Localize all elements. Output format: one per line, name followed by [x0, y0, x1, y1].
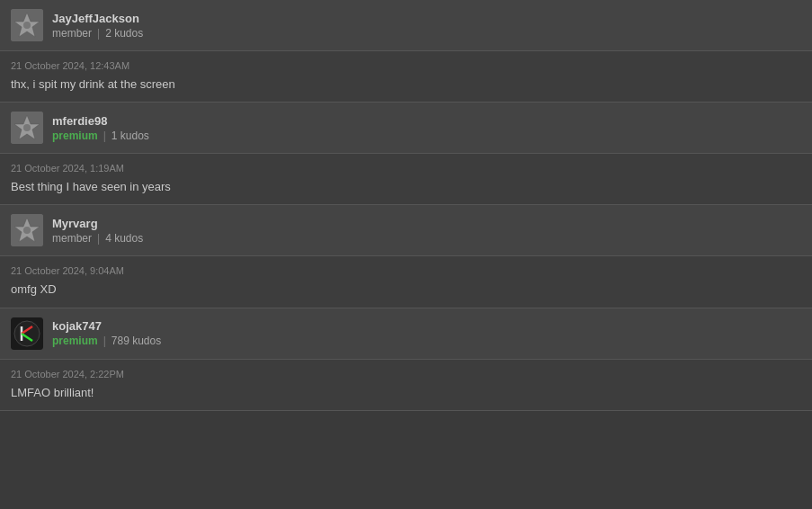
comment-body: 21 October 2024, 9:04AMomfg XD — [0, 256, 812, 307]
user-info: mferdie98premium|1 kudos — [52, 114, 149, 142]
comment-header: JayJeffJacksonmember|2 kudos — [0, 0, 812, 51]
comment-header: kojak747premium|789 kudos — [0, 308, 812, 360]
avatar — [11, 317, 43, 350]
svg-point-8 — [23, 227, 31, 234]
username[interactable]: JayJeffJackson — [52, 12, 143, 25]
separator: | — [103, 129, 106, 142]
svg-point-5 — [23, 124, 31, 131]
avatar — [11, 214, 43, 246]
svg-point-10 — [14, 321, 40, 346]
kudos: 789 kudos — [112, 335, 161, 347]
meta-row: premium|789 kudos — [52, 335, 161, 347]
separator: | — [97, 232, 100, 245]
username[interactable]: kojak747 — [52, 319, 161, 333]
badge-premium: premium — [52, 129, 98, 142]
timestamp: 21 October 2024, 2:22PM — [11, 369, 801, 380]
comment-header: mferdie98premium|1 kudos — [0, 103, 812, 154]
kudos: 1 kudos — [112, 129, 149, 142]
timestamp: 21 October 2024, 12:43AM — [11, 60, 801, 71]
separator: | — [97, 27, 100, 40]
kudos: 2 kudos — [105, 27, 143, 40]
kudos: 4 kudos — [105, 232, 143, 245]
comments-container: JayJeffJacksonmember|2 kudos21 October 2… — [0, 0, 812, 411]
comment-text: omfg XD — [11, 281, 801, 298]
comment-block: JayJeffJacksonmember|2 kudos21 October 2… — [0, 0, 812, 103]
separator: | — [103, 335, 106, 347]
meta-row: member|4 kudos — [52, 232, 143, 245]
user-info: kojak747premium|789 kudos — [52, 319, 161, 347]
comment-body: 21 October 2024, 2:22PMLMFAO brilliant! — [0, 360, 812, 410]
comment-text: Best thing I have seen in years — [11, 179, 801, 195]
comment-block: kojak747premium|789 kudos21 October 2024… — [0, 308, 812, 411]
comment-body: 21 October 2024, 12:43AMthx, i spit my d… — [0, 51, 812, 102]
username[interactable]: mferdie98 — [52, 114, 149, 128]
timestamp: 21 October 2024, 9:04AM — [11, 265, 801, 276]
meta-row: member|2 kudos — [52, 27, 143, 40]
user-info: Myrvargmember|4 kudos — [52, 217, 143, 245]
comment-header: Myrvargmember|4 kudos — [0, 205, 812, 256]
avatar — [11, 112, 43, 144]
comment-body: 21 October 2024, 1:19AMBest thing I have… — [0, 154, 812, 204]
meta-row: premium|1 kudos — [52, 129, 149, 142]
comment-text: thx, i spit my drink at the screen — [11, 76, 801, 93]
user-info: JayJeffJacksonmember|2 kudos — [52, 12, 143, 40]
comment-block: Myrvargmember|4 kudos21 October 2024, 9:… — [0, 205, 812, 308]
comment-block: mferdie98premium|1 kudos21 October 2024,… — [0, 103, 812, 205]
avatar — [11, 9, 43, 41]
badge-premium: premium — [52, 335, 98, 347]
badge-member: member — [52, 232, 92, 245]
username[interactable]: Myrvarg — [52, 217, 143, 230]
badge-member: member — [52, 27, 92, 40]
timestamp: 21 October 2024, 1:19AM — [11, 163, 801, 174]
svg-point-2 — [23, 22, 31, 29]
comment-text: LMFAO brilliant! — [11, 385, 801, 401]
